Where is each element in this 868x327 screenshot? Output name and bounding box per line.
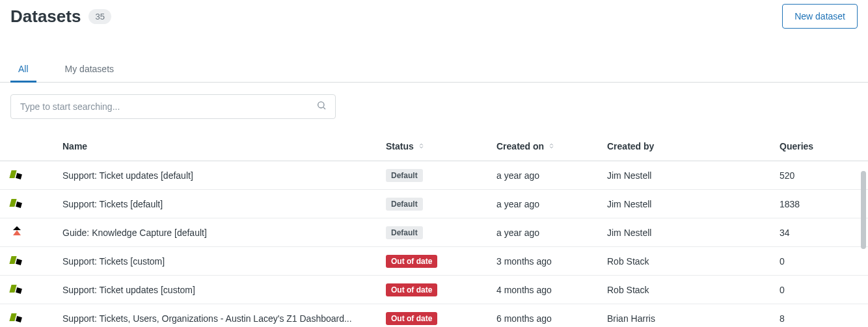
- created-on: 4 months ago: [496, 285, 607, 295]
- dataset-name: Support: Tickets [custom]: [62, 256, 386, 267]
- tab-all[interactable]: All: [10, 64, 36, 82]
- column-created-on[interactable]: Created on: [496, 141, 607, 151]
- svg-point-0: [318, 102, 324, 108]
- table-row[interactable]: Support: Tickets [default]Defaulta year …: [0, 190, 868, 218]
- sort-icon: [418, 141, 425, 151]
- created-by: Jim Nestell: [607, 199, 780, 209]
- guide-icon: [10, 225, 23, 238]
- status-badge: Out of date: [386, 283, 437, 296]
- tab-my-datasets[interactable]: My datasets: [57, 64, 122, 82]
- created-by: Jim Nestell: [607, 228, 780, 238]
- created-on: 6 months ago: [496, 313, 607, 324]
- sort-icon: [548, 141, 555, 151]
- search-input[interactable]: [10, 94, 336, 119]
- support-icon: [10, 311, 23, 324]
- dataset-name: Support: Tickets [default]: [62, 199, 386, 209]
- table-row[interactable]: Support: Ticket updates [default]Default…: [0, 161, 868, 190]
- created-on: a year ago: [496, 228, 607, 238]
- dataset-name: Guide: Knowledge Capture [default]: [62, 228, 386, 238]
- table-body: Support: Ticket updates [default]Default…: [0, 161, 868, 327]
- dataset-name: Support: Tickets, Users, Organizations -…: [62, 313, 386, 324]
- dataset-name: Support: Ticket updates [default]: [62, 170, 386, 181]
- queries-count: 520: [780, 170, 858, 181]
- created-by: Jim Nestell: [607, 170, 780, 181]
- column-queries[interactable]: Queries: [780, 141, 858, 151]
- created-by: Rob Stack: [607, 285, 780, 295]
- column-created-by[interactable]: Created by: [607, 141, 780, 151]
- tabs: AllMy datasets: [0, 64, 868, 83]
- datasets-table: Name Status Created on Created by Querie…: [0, 132, 868, 327]
- table-header: Name Status Created on Created by Querie…: [0, 132, 868, 161]
- status-badge: Out of date: [386, 255, 437, 268]
- page-title: Datasets: [10, 7, 81, 27]
- status-badge: Default: [386, 198, 423, 211]
- queries-count: 0: [780, 285, 858, 295]
- queries-count: 0: [780, 256, 858, 267]
- created-by: Rob Stack: [607, 256, 780, 267]
- table-row[interactable]: Support: Tickets, Users, Organizations -…: [0, 304, 868, 327]
- scrollbar-thumb[interactable]: [861, 171, 866, 249]
- created-on: 3 months ago: [496, 256, 607, 267]
- created-on: a year ago: [496, 199, 607, 209]
- queries-count: 34: [780, 228, 858, 238]
- support-icon: [10, 196, 23, 209]
- status-badge: Default: [386, 226, 423, 239]
- new-dataset-button[interactable]: New dataset: [782, 4, 858, 29]
- dataset-name: Support: Ticket updates [custom]: [62, 285, 386, 295]
- queries-count: 8: [780, 313, 858, 324]
- column-status-label: Status: [386, 141, 414, 151]
- column-name[interactable]: Name: [62, 141, 386, 151]
- table-row[interactable]: Guide: Knowledge Capture [default]Defaul…: [0, 218, 868, 247]
- status-badge: Out of date: [386, 312, 437, 325]
- count-badge: 35: [88, 9, 111, 24]
- created-on: a year ago: [496, 170, 607, 181]
- queries-count: 1838: [780, 199, 858, 209]
- table-row[interactable]: Support: Tickets [custom]Out of date3 mo…: [0, 247, 868, 276]
- support-icon: [10, 254, 23, 267]
- svg-line-1: [323, 107, 325, 109]
- status-badge: Default: [386, 169, 423, 182]
- search-icon: [316, 100, 327, 113]
- support-icon: [10, 168, 23, 181]
- column-status[interactable]: Status: [386, 141, 496, 151]
- created-by: Brian Harris: [607, 313, 780, 324]
- support-icon: [10, 282, 23, 295]
- column-created-on-label: Created on: [496, 141, 544, 151]
- table-row[interactable]: Support: Ticket updates [custom]Out of d…: [0, 276, 868, 304]
